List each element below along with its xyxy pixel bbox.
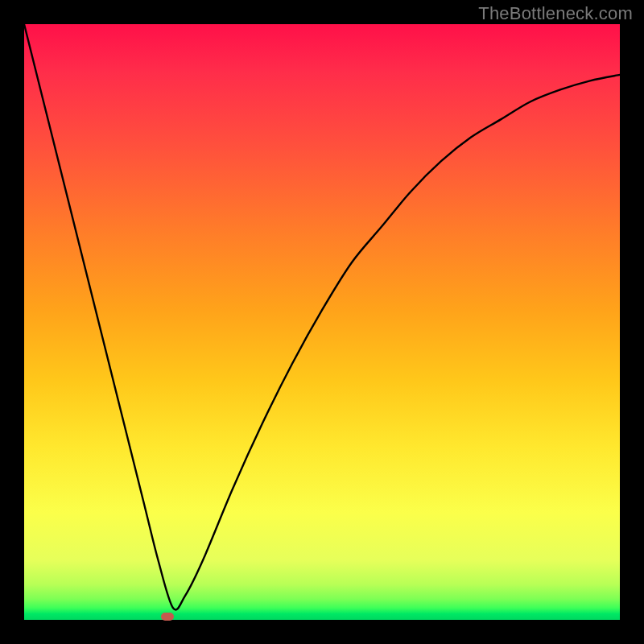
chart-frame: TheBottleneck.com: [0, 0, 644, 644]
plot-area: [24, 24, 620, 620]
watermark-text: TheBottleneck.com: [478, 3, 633, 24]
bottleneck-curve: [24, 24, 620, 620]
minimum-marker: [161, 613, 174, 621]
